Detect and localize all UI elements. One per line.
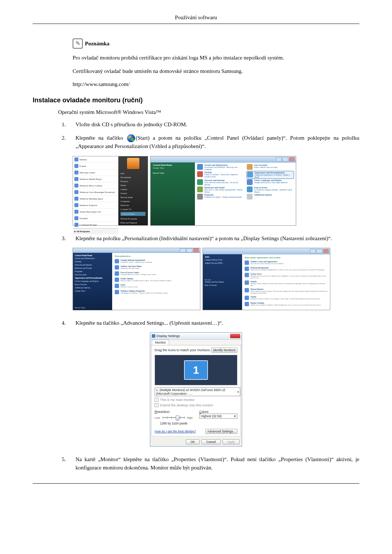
addopt-icon	[247, 194, 253, 200]
help-link[interactable]: How do I get the best display?	[155, 430, 196, 433]
os-line: Operační systém Microsoft® Windows Vista…	[58, 109, 359, 115]
ok-button[interactable]: OK	[186, 439, 200, 444]
sm-right-item: Documents	[121, 176, 146, 178]
cp2b-main: Personalize appearance and sounds Window…	[242, 254, 330, 310]
min-icon	[276, 157, 282, 161]
network-icon	[197, 179, 203, 185]
colors-select[interactable]: Highest (32 bit) ▾	[199, 414, 237, 419]
startmenu-item: Command Prompt	[79, 223, 97, 226]
slider-thumb-icon[interactable]	[176, 415, 179, 420]
monitor-icon[interactable]: 1	[184, 360, 208, 380]
explorer-icon	[74, 203, 78, 207]
screenshot-control-panel: Control Panel Home Classic View Recent T…	[150, 156, 296, 226]
section-title: Instalace ovladače monitoru (ruční)	[33, 97, 359, 104]
resolution-slider[interactable]: Low High	[155, 415, 193, 420]
startmenu-item: Windows Meeting Space	[79, 197, 103, 200]
cp2-side-item: Clock, Language, and Region	[75, 280, 110, 282]
tab-monitor[interactable]: Monitor	[152, 340, 169, 345]
identify-monitors-button[interactable]: Identify Monitors	[211, 348, 237, 353]
startmenu-item: Windows Photo Gallery	[79, 184, 102, 187]
appearance-icon	[247, 172, 253, 177]
checkbox-icon: ✓	[155, 403, 159, 407]
cp-sidebar: Control Panel Home Classic View Recent T…	[151, 163, 195, 225]
cp2-entry-sub: Specify single- or double-click to open …	[121, 280, 171, 282]
step-2: 2. Klepněte na tlačítko (Start) a potom …	[62, 134, 359, 151]
sm-right-item: Music	[121, 184, 146, 186]
clock-icon	[247, 179, 253, 185]
wmp-icon	[74, 177, 78, 181]
step-text: Na kartě „Monitor“ klepněte na tlačítko …	[75, 455, 359, 472]
bottom-rule	[33, 483, 359, 484]
slider-high: High	[187, 416, 193, 419]
chk-label: Extend the desktop onto this monitor	[160, 403, 213, 407]
start-orb-icon	[127, 134, 135, 142]
startmenu-left: Internet E-mail Welcome Center Windows M…	[73, 156, 118, 225]
cp-sub: Change the appearance of desktop · Apply…	[254, 174, 293, 178]
screenshot-set-1: Internet E-mail Welcome Center Windows M…	[73, 156, 359, 226]
drag-hint: Drag the icons to match your monitors.	[155, 348, 211, 352]
window-titlebar	[73, 248, 200, 253]
display-icon	[245, 302, 249, 306]
startmenu-item: Welcome Center	[79, 171, 95, 174]
cp2b-side-foot-item: Ease of Access	[205, 284, 240, 286]
close-icon[interactable]	[230, 334, 240, 338]
cp2b-entry-sub: Choose from available backgrounds or col…	[250, 269, 324, 271]
sm-right-item: Search	[121, 192, 146, 194]
sidebar-icon	[115, 290, 119, 294]
sm-right-item: Network	[121, 204, 146, 206]
monitor-select[interactable]: 1. (Multiple Monitors) on NVIDIA GeForce…	[155, 387, 240, 396]
cp2-main: Personalization Change desktop backgroun…	[112, 253, 200, 310]
cancel-button[interactable]: Cancel	[201, 439, 220, 444]
cp2-side-item: User Accounts	[75, 274, 110, 276]
chk-label: This is my main monitor	[160, 398, 195, 402]
display-dlg-icon	[152, 334, 155, 338]
cp2b-sidebar: Tasks Change desktop icons Adjust font s…	[203, 254, 242, 310]
cp2-entry-sub: Customize colors · Adjust screen resolut…	[121, 261, 152, 263]
max-icon	[187, 248, 192, 253]
note-label: Poznámka	[85, 41, 110, 47]
dialog-button-row: OK Cancel Apply	[150, 438, 242, 446]
screenshot-set-2: Control Panel Home System and Maintenanc…	[73, 248, 359, 310]
personalization-icon	[115, 259, 119, 263]
cp2b-entry-sub: Pick a different mouse pointer. You can …	[250, 290, 327, 294]
page-header: Používání softwaru	[33, 15, 359, 21]
cp-sub: Add or remove user accounts	[254, 166, 277, 168]
step-number: 4.	[62, 319, 68, 327]
eac-icon	[115, 271, 119, 276]
cp2-entry: Taskbar and Start Menu	[121, 265, 142, 267]
screensaver-icon	[245, 273, 249, 277]
cp-sub: Let Windows suggest settings · Optimize …	[254, 189, 294, 193]
cp2-entry-sub: Customize the Start menu	[121, 267, 142, 269]
window-titlebar	[203, 248, 330, 254]
security-icon	[197, 171, 203, 177]
chevron-down-icon: ▾	[234, 414, 236, 418]
wincolor-icon	[245, 260, 249, 265]
close-icon	[323, 249, 329, 253]
cp2-side-foot: Recent Tasks	[75, 307, 110, 309]
monitor-select-text: 1. (Multiple Monitors) on NVIDIA GeForce…	[156, 388, 237, 395]
step-text-a: Klepněte na tlačítko	[75, 135, 126, 141]
programs-icon	[197, 194, 203, 200]
screenshot-start-menu: Internet E-mail Welcome Center Windows M…	[73, 156, 148, 226]
cp2b-entry-sub: Change the theme. Themes can change a wi…	[250, 298, 320, 300]
screenshot-display-settings: Display Settings Monitor Drag the icons …	[150, 332, 242, 447]
note-icon: ✎	[73, 38, 83, 49]
avatar-icon	[127, 158, 139, 169]
sm-right-item: Default Programs	[121, 217, 146, 220]
note-paragraph-2: Certifikovaný ovladač bude umístěn na do…	[73, 67, 359, 75]
monitor-arrangement[interactable]: 1	[155, 355, 237, 385]
cp-sub: Play CDs or other media automatically · …	[204, 189, 244, 193]
cp2b-side-item: Adjust font size (DPI)	[205, 262, 240, 264]
cp2b-entry-sub: Adjust your monitor resolution, which ch…	[250, 304, 321, 306]
notepad-icon	[74, 216, 78, 220]
sm-right-item: Pictures	[121, 180, 146, 182]
advanced-settings-button[interactable]: Advanced Settings...	[205, 429, 237, 434]
sm-right-control-panel: Control Panel	[121, 212, 146, 216]
cp2-side-item: Security	[75, 260, 110, 263]
email-icon	[74, 164, 78, 168]
note-row: ✎ Poznámka	[73, 38, 359, 49]
max-icon	[317, 249, 322, 253]
cp2b-title: Personalize appearance and sounds	[245, 256, 327, 259]
cp2-entry-sub: Accommodate low vision · Change screen r…	[121, 274, 156, 275]
sounds-icon	[245, 280, 249, 285]
